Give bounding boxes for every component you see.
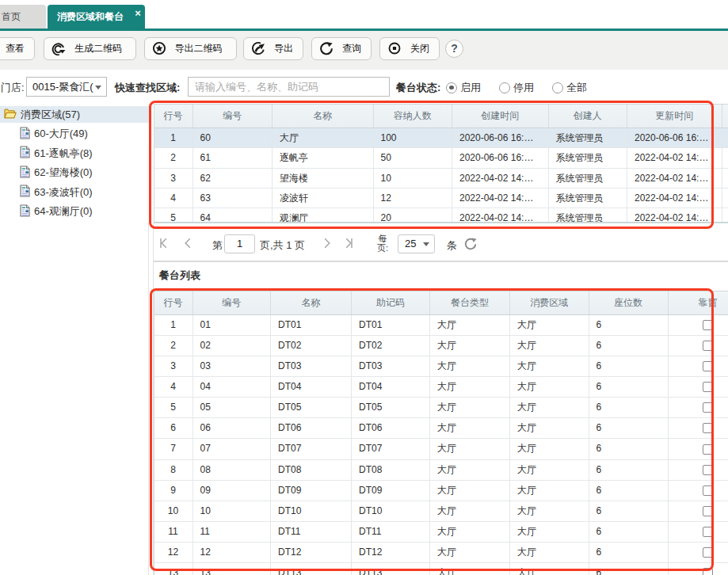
page-number-input[interactable]: 1 xyxy=(224,234,255,253)
area-table-column-header[interactable]: 更新时间 xyxy=(627,105,722,128)
area-table-row[interactable]: 362望海楼102022-04-02 14:…系统管理员2022-04-02 1… xyxy=(154,169,728,188)
first-page-icon[interactable] xyxy=(157,230,170,256)
tree-node-2[interactable]: 62-望海楼(0) xyxy=(0,163,149,183)
dining-table-row[interactable]: 1313DT13DT13大厅大厅6 xyxy=(154,563,728,575)
window-side-checkbox[interactable] xyxy=(703,444,713,455)
last-page-icon[interactable] xyxy=(343,230,356,256)
dining-table-row[interactable]: 101DT01DT01大厅大厅6 xyxy=(154,315,728,336)
dining-table-row[interactable]: 808DT08DT08大厅大厅6 xyxy=(154,460,728,481)
window-side-checkbox[interactable] xyxy=(703,527,713,537)
dining-table-row[interactable]: 1111DT11DT11大厅大厅6 xyxy=(154,522,728,543)
dining-table-cell: DT12 xyxy=(352,543,430,562)
window-side-checkbox[interactable] xyxy=(703,341,713,351)
window-side-checkbox[interactable] xyxy=(703,382,713,392)
window-side-checkbox[interactable] xyxy=(703,423,713,433)
dining-table-cell: 大厅 xyxy=(510,522,589,542)
dining-table-row[interactable]: 404DT04DT04大厅大厅6 xyxy=(154,377,728,398)
dining-table-row[interactable]: 505DT05DT05大厅大厅6 xyxy=(154,398,728,418)
area-table-bottom-border xyxy=(154,222,728,223)
dining-table-column-header[interactable]: 行号 xyxy=(154,291,193,314)
dining-table-cell: 大厅 xyxy=(510,563,589,575)
reload-icon[interactable] xyxy=(463,230,478,256)
dining-table-cell: DT09 xyxy=(352,481,430,501)
dining-table-row[interactable]: 1010DT10DT10大厅大厅6 xyxy=(154,501,728,522)
dining-table-cell: 6 xyxy=(589,398,669,417)
query-button[interactable]: 查询 xyxy=(311,37,372,60)
per-page-select[interactable]: 25 xyxy=(398,234,435,253)
area-table-column-header[interactable]: 行号 xyxy=(154,105,193,128)
dining-table-cell xyxy=(669,543,728,562)
tree-node-root[interactable]: 消费区域(57) xyxy=(0,105,149,125)
folder-open-icon-wrap xyxy=(3,108,17,122)
area-table-column-header[interactable]: 创建时间 xyxy=(452,105,549,128)
tab-home[interactable]: 首页 xyxy=(0,5,46,29)
dining-table-column-header[interactable]: 靠窗 xyxy=(669,291,728,314)
dining-table-column-header[interactable]: 餐台类型 xyxy=(430,291,510,314)
window-side-checkbox[interactable] xyxy=(703,361,713,371)
dining-table-cell: 6 xyxy=(589,377,669,397)
dining-table-row[interactable]: 606DT06DT06大厅大厅6 xyxy=(154,418,728,439)
area-table-cell: 凌波轩 xyxy=(273,188,374,208)
window-side-checkbox[interactable] xyxy=(703,547,713,558)
dining-table-cell: 大厅 xyxy=(430,418,510,438)
tree-node-4[interactable]: 64-观澜厅(0) xyxy=(0,202,149,222)
dining-table-row[interactable]: 202DT02DT02大厅大厅6 xyxy=(154,336,728,356)
tab-close-icon[interactable]: × xyxy=(132,8,143,19)
export-qrcode-button[interactable]: 导出二维码 xyxy=(144,37,238,60)
help-button[interactable]: ? xyxy=(445,40,463,58)
view-button[interactable]: 查看 xyxy=(0,37,35,60)
radio-all[interactable] xyxy=(552,82,563,93)
quick-search-input[interactable]: 请输入编号、名称、助记码 xyxy=(188,77,390,97)
area-table-row[interactable]: 261逐帆亭502020-06-06 16:…系统管理员2022-04-02 1… xyxy=(154,148,728,168)
dining-table-cell: DT10 xyxy=(271,501,352,521)
dining-table-cell: 5 xyxy=(154,398,193,417)
dining-table-row[interactable]: 1212DT12DT12大厅大厅6 xyxy=(154,543,728,563)
dining-table-column-header[interactable]: 助记码 xyxy=(352,291,430,314)
radio-enabled[interactable] xyxy=(446,82,457,93)
export-button[interactable]: 导出 xyxy=(243,37,303,60)
area-table-column-header[interactable]: 容纳人数 xyxy=(374,105,453,128)
area-table-column-header[interactable]: 编号 xyxy=(193,105,273,128)
dining-table-row[interactable]: 707DT07DT07大厅大厅6 xyxy=(154,439,728,459)
tree-node-3[interactable]: 63-凌波轩(0) xyxy=(0,183,149,203)
window-side-checkbox[interactable] xyxy=(703,568,713,575)
tree-node-1[interactable]: 61-逐帆亭(8) xyxy=(0,144,149,164)
export-qrcode-icon xyxy=(152,41,166,55)
dining-table-cell: 大厅 xyxy=(430,481,510,501)
dining-table-row[interactable]: 303DT03DT03大厅大厅6 xyxy=(154,356,728,377)
radio-enabled-dot xyxy=(449,86,454,90)
tab-consume-area[interactable]: 消费区域和餐台 × xyxy=(48,5,145,29)
area-table-cell: 63 xyxy=(193,188,273,208)
dining-table-column-header[interactable]: 名称 xyxy=(271,291,352,314)
area-table-row[interactable]: 160大厅1002020-06-06 16:…系统管理员2020-06-06 1… xyxy=(154,128,728,148)
window-side-checkbox[interactable] xyxy=(703,465,713,475)
next-page-icon[interactable] xyxy=(321,230,334,256)
generate-qrcode-button[interactable]: 生成二维码 xyxy=(44,37,136,60)
dining-table-list: 行号编号名称助记码餐台类型消费区域座位数靠窗101DT01DT01大厅大厅620… xyxy=(154,291,728,575)
dining-table-cell xyxy=(669,460,728,480)
close-button[interactable]: 关闭 xyxy=(379,37,440,60)
file-icon xyxy=(20,166,30,178)
window-side-checkbox[interactable] xyxy=(703,402,713,413)
prev-page-icon[interactable] xyxy=(181,230,194,256)
dining-table-row[interactable]: 909DT09DT09大厅大厅6 xyxy=(154,481,728,501)
area-table-column-header[interactable]: 名称 xyxy=(273,105,374,128)
area-table-row[interactable]: 564观澜厅202022-04-02 14:…系统管理员2022-04-02 1… xyxy=(154,208,728,222)
store-select[interactable]: 0015-聚食汇( xyxy=(26,77,107,97)
window-side-checkbox[interactable] xyxy=(703,486,713,496)
radio-disabled[interactable] xyxy=(499,82,510,93)
window-side-checkbox[interactable] xyxy=(703,506,713,516)
window-side-checkbox[interactable] xyxy=(703,320,713,330)
dining-table-cell: DT13 xyxy=(352,563,430,575)
area-table-column-header[interactable]: 创建人 xyxy=(549,105,628,128)
dining-table-column-header[interactable]: 编号 xyxy=(193,291,272,314)
tree-node-0[interactable]: 60-大厅(49) xyxy=(0,124,149,144)
area-table-column-header[interactable] xyxy=(722,105,728,128)
dining-table-cell: 6 xyxy=(589,460,669,480)
dining-table-column-header[interactable]: 消费区域 xyxy=(510,291,589,314)
tab-consume-area-label: 消费区域和餐台 xyxy=(57,11,124,22)
area-table-row[interactable]: 463凌波轩122022-04-02 14:…系统管理员2022-04-02 1… xyxy=(154,188,728,208)
dining-table-column-header[interactable]: 座位数 xyxy=(589,291,669,314)
dining-table-cell xyxy=(669,501,728,521)
dining-table-cell: 6 xyxy=(589,439,669,459)
